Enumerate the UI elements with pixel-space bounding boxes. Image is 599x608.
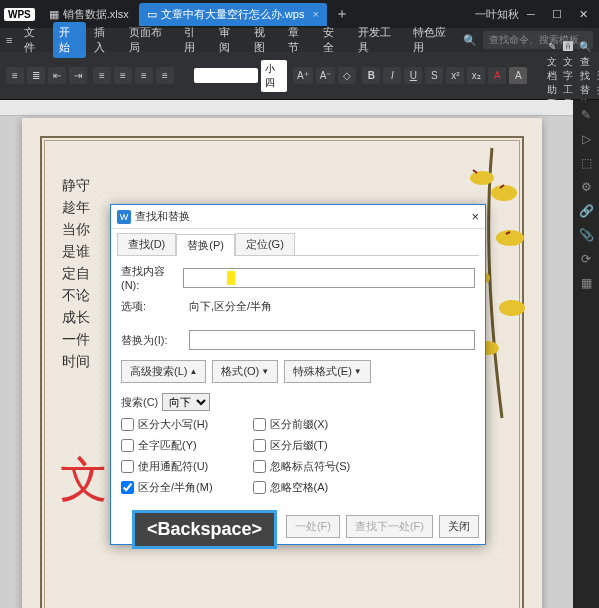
tab-find[interactable]: 查找(D) <box>117 233 176 255</box>
link-icon[interactable]: 🔗 <box>579 204 594 218</box>
side-toolbar: ✎ ▷ ⬚ ⚙ 🔗 📎 ⟳ ▦ <box>573 100 599 608</box>
align-justify[interactable]: ≡ <box>156 67 174 84</box>
font-select[interactable] <box>194 68 258 83</box>
align-left[interactable]: ≡ <box>93 67 111 84</box>
clear-format[interactable]: ◇ <box>338 67 356 84</box>
menu-dev[interactable]: 开发工具 <box>352 22 406 58</box>
options-checks: 区分大小写(H) 全字匹配(Y) 使用通配符(U) 区分全/半角(M) 区分前缀… <box>121 417 475 495</box>
maximize-button[interactable]: ☐ <box>545 8 569 21</box>
bold[interactable]: B <box>362 67 380 84</box>
highlight[interactable]: A <box>509 67 527 84</box>
menu-bar: ≡ 文件 开始 插入 页面布局 引用 审阅 视图 章节 安全 开发工具 特色应用… <box>0 28 599 52</box>
replace-label: 替换为(I): <box>121 333 185 348</box>
ruler[interactable] <box>0 100 573 116</box>
close-button[interactable]: ✕ <box>571 8 595 21</box>
replace-one-button[interactable]: 一处(F) <box>286 515 340 538</box>
dialog-close-button[interactable]: × <box>471 209 479 224</box>
check-wildcard[interactable]: 使用通配符(U) <box>121 459 213 474</box>
check-case[interactable]: 区分大小写(H) <box>121 417 213 432</box>
tab-label: 销售数据.xlsx <box>63 7 129 22</box>
indent-btn[interactable]: ⇤ <box>48 67 66 84</box>
list-btn2[interactable]: ≣ <box>27 67 45 84</box>
search-direction-select[interactable]: 向下 <box>162 393 210 411</box>
italic[interactable]: I <box>383 67 401 84</box>
search-icon: 🔍 <box>463 34 477 47</box>
advanced-search-button[interactable]: 高级搜索(L)▲ <box>121 360 206 383</box>
grid-icon[interactable]: ▦ <box>581 276 592 290</box>
tab-replace[interactable]: 替换(P) <box>176 234 235 256</box>
hamburger-icon[interactable]: ≡ <box>6 34 12 46</box>
doc-icon: ▭ <box>147 8 157 21</box>
dialog-tabs: 查找(D) 替换(P) 定位(G) <box>111 229 485 255</box>
format-button[interactable]: 格式(O)▼ <box>212 360 278 383</box>
menu-special[interactable]: 特色应用 <box>407 22 461 58</box>
menu-ref[interactable]: 引用 <box>178 22 211 58</box>
text-tools-icon[interactable]: 🅰 <box>563 41 573 52</box>
dialog-icon: W <box>117 210 131 224</box>
svg-point-5 <box>499 300 525 316</box>
align-center[interactable]: ≡ <box>114 67 132 84</box>
font-color[interactable]: A <box>488 67 506 84</box>
menu-file[interactable]: 文件 <box>18 22 51 58</box>
menu-chapter[interactable]: 章节 <box>282 22 315 58</box>
grow-font[interactable]: A⁺ <box>293 67 313 84</box>
menu-insert[interactable]: 插入 <box>88 22 121 58</box>
list-btn[interactable]: ≡ <box>6 67 24 84</box>
backspace-key-overlay: <Backspace> <box>132 510 277 549</box>
svg-point-1 <box>491 185 517 201</box>
close-dialog-button[interactable]: 关闭 <box>439 515 479 538</box>
check-suffix[interactable]: 区分后缀(T) <box>253 438 351 453</box>
ribbon: ≡ ≣ ⇤ ⇥ ≡ ≡ ≡ ≡ 小四 A⁺ A⁻ ◇ B I U S x² x₂… <box>0 52 599 100</box>
find-replace-dialog: W 查找和替换 × 查找(D) 替换(P) 定位(G) 查找内容(N): 选项:… <box>110 204 486 545</box>
user-name[interactable]: 一叶知秋 <box>475 7 519 22</box>
check-punct[interactable]: 忽略标点符号(S) <box>253 459 351 474</box>
menu-security[interactable]: 安全 <box>317 22 350 58</box>
big-char: 文 <box>60 448 108 512</box>
options-label: 选项: <box>121 299 185 314</box>
tab-label: 文章中有大量空行怎么办.wps <box>161 7 305 22</box>
dialog-titlebar[interactable]: W 查找和替换 × <box>111 205 485 229</box>
menu-view[interactable]: 视图 <box>248 22 281 58</box>
strike[interactable]: S <box>425 67 443 84</box>
sub[interactable]: x₂ <box>467 67 485 84</box>
menu-layout[interactable]: 页面布局 <box>123 22 177 58</box>
options-value: 向下,区分全/半角 <box>189 299 272 314</box>
align-right[interactable]: ≡ <box>135 67 153 84</box>
special-button[interactable]: 特殊格式(E)▼ <box>284 360 371 383</box>
doc-text: 静守趁年当你 是谁定自不论 成长一件时间 <box>62 174 90 372</box>
font-size-select[interactable]: 小四 <box>261 60 287 92</box>
command-search[interactable]: 查找命令、搜索模板 <box>483 31 593 49</box>
svg-point-0 <box>470 171 494 185</box>
tab-goto[interactable]: 定位(G) <box>235 233 295 255</box>
check-space[interactable]: 忽略空格(A) <box>253 480 351 495</box>
pencil-icon[interactable]: ✎ <box>581 108 591 122</box>
sheet-icon: ▦ <box>49 8 59 21</box>
new-tab-button[interactable]: ＋ <box>335 5 349 23</box>
doc-assistant-icon[interactable]: ✎ <box>548 41 556 52</box>
menu-start[interactable]: 开始 <box>53 22 86 58</box>
sync-icon[interactable]: ⟳ <box>581 252 591 266</box>
outdent-btn[interactable]: ⇥ <box>69 67 87 84</box>
minimize-button[interactable]: ─ <box>519 8 543 21</box>
super[interactable]: x² <box>446 67 464 84</box>
text-cursor <box>227 271 235 285</box>
select-tool-icon[interactable]: ⬚ <box>581 156 592 170</box>
search-dir-label: 搜索(C) <box>121 395 158 410</box>
window-controls: ─ ☐ ✕ <box>519 8 595 21</box>
find-replace-icon[interactable]: 🔍 <box>579 41 591 52</box>
replace-input[interactable] <box>189 330 475 350</box>
check-whole[interactable]: 全字匹配(Y) <box>121 438 213 453</box>
find-label: 查找内容(N): <box>121 264 179 291</box>
check-width[interactable]: 区分全/半角(M) <box>121 480 213 495</box>
underline[interactable]: U <box>404 67 422 84</box>
wps-logo: WPS <box>4 8 35 21</box>
arrow-icon[interactable]: ▷ <box>582 132 591 146</box>
find-next-button[interactable]: 查找下一处(F) <box>346 515 433 538</box>
shrink-font[interactable]: A⁻ <box>316 67 336 84</box>
gear-icon[interactable]: ⚙ <box>581 180 592 194</box>
dialog-title: 查找和替换 <box>135 209 190 224</box>
check-prefix[interactable]: 区分前缀(X) <box>253 417 351 432</box>
clip-icon[interactable]: 📎 <box>579 228 594 242</box>
close-tab-icon[interactable]: × <box>312 8 318 20</box>
menu-review[interactable]: 审阅 <box>213 22 246 58</box>
